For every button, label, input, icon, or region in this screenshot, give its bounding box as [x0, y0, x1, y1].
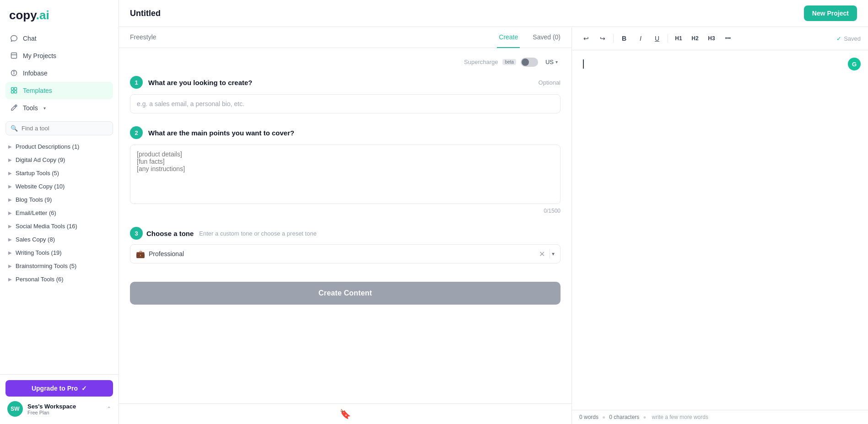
toolbar-divider	[668, 34, 668, 43]
sidebar-item-label-chat: Chat	[23, 35, 37, 42]
h1-button[interactable]: H1	[672, 32, 685, 45]
svg-point-4	[14, 71, 14, 72]
bookmark-icon[interactable]: 🔖	[340, 408, 351, 419]
chat-icon	[10, 34, 18, 43]
field-input-1[interactable]	[130, 94, 561, 113]
arrow-right-icon: ▶	[8, 197, 12, 202]
subtab-create[interactable]: Create	[497, 27, 520, 48]
tool-category-label: Personal Tools (6)	[16, 276, 64, 283]
more-options-button[interactable]: •••	[721, 32, 735, 45]
underline-button[interactable]: U	[650, 32, 664, 45]
form-field-2: 2 What are the main points you want to c…	[130, 126, 561, 214]
arrow-right-icon: ▶	[8, 277, 12, 282]
tool-category-personal[interactable]: ▶ Personal Tools (6)	[5, 273, 113, 286]
field-label-2: What are the main points you want to cov…	[148, 129, 294, 137]
tool-category-brainstorming[interactable]: ▶ Brainstorming Tools (5)	[5, 259, 113, 273]
undo-icon: ↩	[583, 35, 589, 42]
saved-status: ✓ Saved	[836, 35, 861, 42]
tool-category-writing[interactable]: ▶ Writing Tools (19)	[5, 246, 113, 259]
field-label-1: What are you looking to create?	[148, 79, 253, 86]
sidebar-item-label-templates: Templates	[23, 87, 52, 94]
avatar: SW	[7, 401, 23, 417]
redo-button[interactable]: ↪	[596, 32, 609, 45]
tone-value: Professional	[149, 250, 536, 258]
supercharge-row: Supercharge beta US ▾	[130, 57, 561, 67]
upgrade-button[interactable]: Upgrade to Pro ✓	[5, 380, 113, 397]
tool-search-box[interactable]: 🔍	[5, 121, 113, 135]
field-textarea-2[interactable]	[130, 145, 561, 204]
sidebar-item-label-projects: My Projects	[23, 52, 56, 59]
tool-category-label: Digital Ad Copy (9)	[16, 156, 65, 163]
tool-category-label: Sales Copy (8)	[16, 236, 55, 243]
subtab-saved[interactable]: Saved (0)	[531, 27, 562, 48]
tone-select[interactable]: 💼 Professional ✕ ▾	[130, 244, 561, 263]
tool-category-startup[interactable]: ▶ Startup Tools (5)	[5, 166, 113, 180]
check-icon: ✓	[836, 35, 841, 42]
svg-rect-7	[11, 91, 14, 93]
tool-category-email[interactable]: ▶ Email/Letter (6)	[5, 206, 113, 220]
tone-clear-button[interactable]: ✕	[536, 250, 548, 258]
svg-rect-6	[14, 88, 16, 90]
tools-category-list: ▶ Product Descriptions (1) ▶ Digital Ad …	[0, 138, 119, 374]
chevron-down-icon: ▾	[43, 106, 46, 111]
workspace-row[interactable]: SW Ses's Workspace Free Plan ⌃	[5, 397, 113, 419]
arrow-right-icon: ▶	[8, 171, 12, 176]
tool-category-label: Social Media Tools (16)	[16, 223, 77, 230]
sidebar-item-label-infobase: Infobase	[23, 70, 48, 77]
tool-category-social[interactable]: ▶ Social Media Tools (16)	[5, 220, 113, 233]
editor-cursor	[583, 59, 584, 69]
sidebar-item-chat[interactable]: Chat	[5, 30, 113, 47]
sidebar-item-infobase[interactable]: Infobase	[5, 64, 113, 82]
arrow-right-icon: ▶	[8, 157, 12, 162]
workspace-plan: Free Plan	[27, 410, 102, 415]
footer-dot: ●	[602, 414, 605, 420]
form-bottom-bar: 🔖	[119, 403, 571, 424]
toolbar-divider	[613, 34, 614, 43]
step-badge-1: 1	[130, 76, 143, 89]
bold-button[interactable]: B	[617, 32, 631, 45]
svg-rect-8	[14, 91, 16, 93]
footer-hint: write a few more words	[652, 414, 708, 420]
editor-toolbar: ↩ ↪ B I U H1 H	[572, 27, 868, 50]
arrow-right-icon: ▶	[8, 224, 12, 229]
redo-icon: ↪	[600, 35, 605, 42]
editor-panel: ↩ ↪ B I U H1 H	[572, 27, 868, 424]
sidebar-item-projects[interactable]: My Projects	[5, 47, 113, 64]
chevron-up-icon: ⌃	[107, 406, 111, 412]
infobase-icon	[10, 69, 18, 77]
templates-icon	[10, 86, 18, 95]
italic-button[interactable]: I	[634, 32, 647, 45]
field-label-3: Choose a tone	[146, 230, 194, 237]
field-header-1: 1 What are you looking to create? Option…	[130, 76, 561, 89]
tool-category-digital-ad[interactable]: ▶ Digital Ad Copy (9)	[5, 153, 113, 166]
svg-rect-5	[11, 88, 14, 90]
tool-category-website[interactable]: ▶ Website Copy (10)	[5, 180, 113, 193]
create-content-button[interactable]: Create Content	[130, 282, 561, 305]
tabs-bar: Freestyle Create Saved (0)	[119, 27, 571, 48]
logo-text: copy.ai	[9, 8, 49, 22]
tool-category-blog[interactable]: ▶ Blog Tools (9)	[5, 193, 113, 206]
tool-category-label: Writing Tools (19)	[16, 249, 62, 256]
search-input[interactable]	[22, 125, 108, 132]
new-project-button[interactable]: New Project	[804, 5, 857, 21]
arrow-right-icon: ▶	[8, 250, 12, 255]
arrow-right-icon: ▶	[8, 237, 12, 242]
language-selector[interactable]: US ▾	[543, 57, 561, 67]
chevron-down-icon: ▾	[552, 251, 555, 257]
undo-button[interactable]: ↩	[579, 32, 593, 45]
char-count-editor: 0 characters	[609, 414, 639, 420]
sidebar-tools-toggle[interactable]: Tools ▾	[5, 99, 113, 117]
h2-button[interactable]: H2	[688, 32, 702, 45]
supercharge-toggle[interactable]	[521, 58, 538, 67]
tool-category-product-desc[interactable]: ▶ Product Descriptions (1)	[5, 140, 113, 153]
tab-freestyle[interactable]: Freestyle	[128, 27, 158, 48]
svg-rect-0	[11, 53, 17, 59]
h3-button[interactable]: H3	[705, 32, 718, 45]
page-title: Untitled	[130, 9, 161, 18]
tool-category-label: Website Copy (10)	[16, 183, 65, 190]
beta-badge: beta	[502, 59, 516, 65]
chevron-down-icon: ▾	[555, 59, 558, 64]
tool-category-sales[interactable]: ▶ Sales Copy (8)	[5, 233, 113, 246]
editor-area[interactable]: G	[572, 50, 868, 410]
sidebar-item-templates[interactable]: Templates	[5, 82, 113, 99]
